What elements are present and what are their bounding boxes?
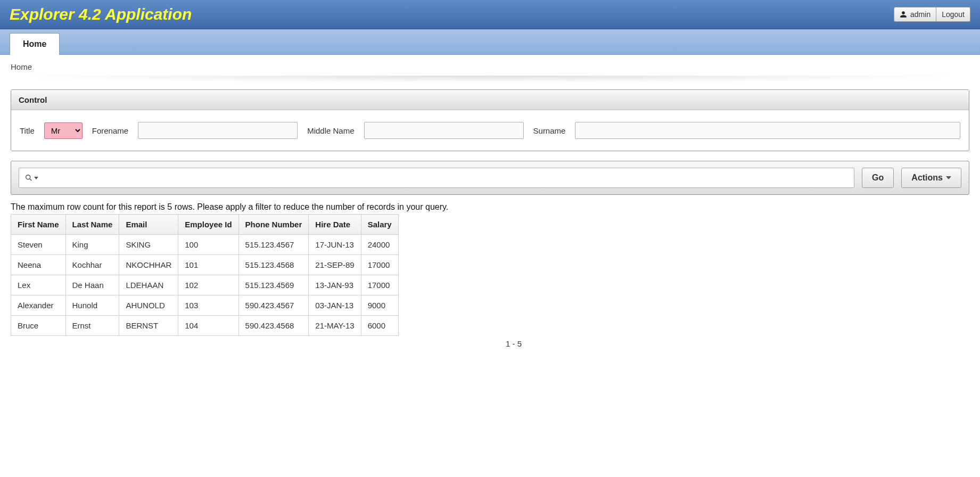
search-input[interactable] [43, 173, 849, 183]
report-message: The maximum row count for this report is… [11, 202, 969, 212]
content-area: Control Title Mr Forename Middle Name Su… [0, 89, 980, 369]
cell-hire-date: 21-SEP-89 [309, 255, 361, 275]
forename-label: Forename [92, 126, 128, 135]
pager-text: 1 - 5 [11, 339, 522, 348]
divider-shadow [0, 76, 980, 83]
col-phone[interactable]: Phone Number [238, 215, 309, 235]
cell-last-name: Hunold [65, 295, 119, 316]
table-row: Bruce Ernst BERNST 104 590.423.4568 21-M… [11, 316, 399, 336]
cell-first-name: Neena [11, 255, 66, 275]
cell-hire-date: 17-JUN-13 [309, 235, 361, 255]
cell-first-name: Alexander [11, 295, 66, 316]
svg-point-0 [26, 175, 30, 179]
chevron-down-icon [946, 176, 951, 179]
cell-phone: 590.423.4568 [238, 316, 309, 336]
cell-employee-id: 102 [178, 275, 238, 295]
logout-button[interactable]: Logout [936, 7, 970, 22]
col-hire-date[interactable]: Hire Date [309, 215, 361, 235]
cell-phone: 515.123.4567 [238, 235, 309, 255]
cell-email: LDEHAAN [119, 275, 178, 295]
cell-last-name: Ernst [65, 316, 119, 336]
middlename-label: Middle Name [307, 126, 354, 135]
surname-input[interactable] [575, 122, 960, 139]
forename-input[interactable] [138, 122, 298, 139]
go-button[interactable]: Go [862, 168, 894, 188]
table-row: Lex De Haan LDEHAAN 102 515.123.4569 13-… [11, 275, 399, 295]
col-salary[interactable]: Salary [361, 215, 398, 235]
cell-first-name: Lex [11, 275, 66, 295]
table-row: Steven King SKING 100 515.123.4567 17-JU… [11, 235, 399, 255]
middlename-input[interactable] [364, 122, 524, 139]
user-button[interactable]: admin [894, 7, 936, 22]
control-panel: Control Title Mr Forename Middle Name Su… [11, 89, 969, 151]
cell-last-name: King [65, 235, 119, 255]
cell-phone: 590.423.4567 [238, 295, 309, 316]
chevron-down-icon [34, 177, 38, 179]
col-last-name[interactable]: Last Name [65, 215, 119, 235]
breadcrumb: Home [0, 55, 980, 76]
title-select[interactable]: Mr [44, 122, 83, 139]
cell-salary: 17000 [361, 275, 398, 295]
cell-hire-date: 13-JAN-93 [309, 275, 361, 295]
cell-salary: 6000 [361, 316, 398, 336]
cell-hire-date: 03-JAN-13 [309, 295, 361, 316]
cell-salary: 17000 [361, 255, 398, 275]
cell-phone: 515.123.4568 [238, 255, 309, 275]
cell-email: BERNST [119, 316, 178, 336]
cell-first-name: Bruce [11, 316, 66, 336]
col-employee-id[interactable]: Employee Id [178, 215, 238, 235]
cell-employee-id: 101 [178, 255, 238, 275]
app-header: Explorer 4.2 Application admin Logout [0, 0, 980, 29]
control-panel-body: Title Mr Forename Middle Name Surname [11, 110, 969, 151]
col-email[interactable]: Email [119, 215, 178, 235]
control-panel-header: Control [11, 90, 969, 110]
cell-email: NKOCHHAR [119, 255, 178, 275]
tab-home[interactable]: Home [10, 33, 60, 55]
search-actions-bar: Go Actions [11, 161, 969, 195]
header-right-buttons: admin Logout [894, 7, 970, 22]
cell-email: SKING [119, 235, 178, 255]
cell-phone: 515.123.4569 [238, 275, 309, 295]
user-label: admin [910, 10, 930, 19]
title-label: Title [20, 126, 35, 135]
cell-hire-date: 21-MAY-13 [309, 316, 361, 336]
cell-salary: 24000 [361, 235, 398, 255]
report-table: First Name Last Name Email Employee Id P… [11, 214, 399, 336]
search-icon [24, 174, 33, 182]
col-first-name[interactable]: First Name [11, 215, 66, 235]
cell-employee-id: 103 [178, 295, 238, 316]
user-icon [900, 11, 907, 18]
actions-button[interactable]: Actions [901, 168, 961, 188]
cell-salary: 9000 [361, 295, 398, 316]
svg-line-1 [30, 179, 32, 181]
cell-first-name: Steven [11, 235, 66, 255]
table-header-row: First Name Last Name Email Employee Id P… [11, 215, 399, 235]
app-title: Explorer 4.2 Application [10, 5, 192, 23]
tab-strip: Home [0, 29, 980, 55]
breadcrumb-home[interactable]: Home [11, 62, 32, 71]
surname-label: Surname [533, 126, 566, 135]
table-row: Alexander Hunold AHUNOLD 103 590.423.456… [11, 295, 399, 316]
cell-employee-id: 100 [178, 235, 238, 255]
cell-employee-id: 104 [178, 316, 238, 336]
table-row: Neena Kochhar NKOCHHAR 101 515.123.4568 … [11, 255, 399, 275]
search-column-picker[interactable] [24, 174, 38, 182]
actions-label: Actions [911, 173, 943, 183]
search-box [19, 168, 854, 188]
cell-last-name: De Haan [65, 275, 119, 295]
cell-last-name: Kochhar [65, 255, 119, 275]
cell-email: AHUNOLD [119, 295, 178, 316]
